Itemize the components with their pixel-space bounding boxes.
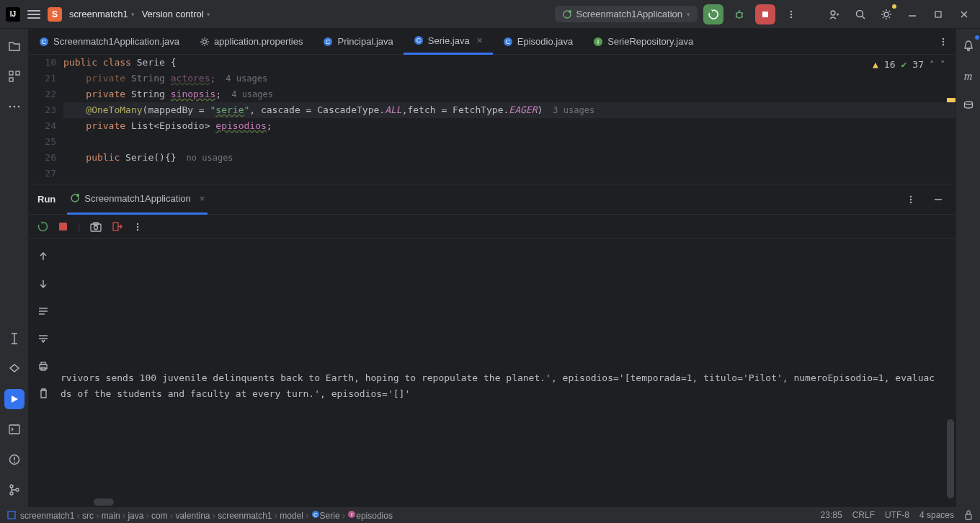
svg-rect-76 — [966, 514, 971, 519]
project-tool-button[interactable] — [4, 36, 24, 56]
print-icon[interactable] — [33, 356, 53, 376]
code-line[interactable] — [63, 166, 956, 182]
breadcrumb-segment[interactable]: screenmatch1 — [20, 511, 74, 521]
structure-tool-button[interactable] — [4, 66, 24, 86]
vcs-menu[interactable]: Version control▾ — [142, 9, 210, 19]
code-line[interactable] — [63, 134, 956, 150]
run-tool-button[interactable] — [4, 389, 24, 409]
svg-text:I: I — [597, 38, 600, 45]
clear-all-icon[interactable] — [33, 383, 53, 403]
breadcrumb-segment[interactable]: episodios — [356, 511, 393, 521]
svg-rect-8 — [762, 12, 768, 17]
file-encoding[interactable]: UTF-8 — [885, 510, 909, 520]
tabs-more-button[interactable] — [931, 37, 956, 47]
search-everywhere-button[interactable] — [850, 4, 870, 24]
stop-icon[interactable] — [58, 222, 68, 231]
git-tool-button[interactable] — [4, 480, 24, 500]
project-selector[interactable]: screenmatch1▾ — [69, 9, 135, 19]
run-more-button[interactable] — [901, 189, 921, 210]
services-tool-button[interactable] — [4, 359, 24, 379]
code-editor[interactable]: 1021222324252627 ▲16 ✔37 ˄ ˅ public clas… — [29, 55, 956, 184]
problems-tool-button[interactable] — [4, 450, 24, 470]
close-window-button[interactable] — [954, 4, 974, 24]
editor-tab[interactable]: CSerie.java× — [404, 29, 493, 55]
svg-rect-20 — [9, 71, 13, 75]
more-tool-button[interactable] — [4, 97, 24, 117]
horizontal-scrollbar[interactable] — [94, 499, 114, 506]
svg-point-47 — [943, 40, 944, 42]
editor-inspections-widget[interactable]: ▲16 ✔37 ˄ ˅ — [868, 58, 950, 71]
svg-point-12 — [831, 11, 835, 15]
breadcrumb-segment[interactable]: com — [151, 511, 168, 521]
editor-tab[interactable]: CEpisodio.java — [493, 29, 583, 55]
stop-button[interactable] — [755, 4, 775, 24]
svg-point-60 — [137, 223, 138, 224]
chevron-down-icon[interactable]: ˅ — [940, 59, 945, 70]
svg-point-46 — [943, 37, 944, 39]
code-line[interactable]: private List<Episodio> episodios; — [63, 118, 956, 134]
database-tool-button[interactable] — [958, 97, 979, 117]
editor-tab[interactable]: ISerieRepository.java — [583, 29, 703, 55]
breadcrumb-segment[interactable]: main — [102, 511, 120, 521]
scroll-to-end-icon[interactable] — [33, 328, 53, 349]
svg-point-10 — [790, 13, 792, 14]
soft-wrap-icon[interactable] — [33, 301, 53, 321]
scroll-up-icon[interactable] — [33, 246, 53, 267]
breadcrumb-segment[interactable]: java — [128, 511, 143, 521]
code-area[interactable]: ▲16 ✔37 ˄ ˅ public class Serie { private… — [63, 55, 956, 184]
breadcrumb-segment[interactable]: model — [280, 511, 303, 521]
caret-position[interactable]: 23:85 — [821, 510, 842, 520]
scroll-down-icon[interactable] — [33, 274, 53, 294]
svg-line-7 — [741, 17, 743, 17]
code-line[interactable]: private String sinopsis;4 usages — [63, 86, 956, 102]
breadcrumb-segment[interactable]: src — [82, 511, 94, 521]
line-separator[interactable]: CRLF — [852, 510, 875, 520]
svg-text:C: C — [313, 511, 318, 518]
run-side-toolbar — [29, 239, 58, 507]
maven-tool-button[interactable]: m — [958, 66, 979, 86]
notifications-tool-button[interactable] — [958, 36, 979, 56]
right-tool-stripe: m — [956, 29, 980, 507]
code-with-me-button[interactable] — [824, 4, 845, 24]
indent-config[interactable]: 4 spaces — [919, 510, 954, 520]
hide-run-button[interactable] — [928, 189, 948, 210]
breadcrumb-segment[interactable]: screenmatch1 — [218, 511, 272, 521]
more-actions-button[interactable] — [781, 4, 801, 24]
svg-point-32 — [16, 488, 19, 491]
readonly-lock-icon[interactable] — [964, 510, 973, 520]
maximize-button[interactable] — [928, 4, 948, 24]
svg-point-29 — [14, 462, 15, 463]
close-tab-icon[interactable]: × — [200, 193, 205, 204]
code-line[interactable]: public class Serie { — [63, 55, 956, 71]
run-console-output[interactable]: rvivors sends 100 juvenile delinquents b… — [58, 239, 956, 507]
svg-text:C: C — [506, 38, 511, 45]
breadcrumb-segment[interactable]: valentina — [175, 511, 210, 521]
settings-button[interactable] — [876, 4, 896, 24]
minimize-button[interactable] — [902, 4, 922, 24]
vertical-scrollbar[interactable] — [947, 419, 954, 499]
svg-rect-55 — [59, 223, 67, 231]
main-menu-button[interactable] — [27, 10, 40, 19]
run-tool-window: Run Screenmatch1Application × | rvivors … — [29, 184, 956, 507]
run-configuration-selector[interactable]: Screenmatch1Application ▾ — [555, 6, 698, 22]
rerun-button[interactable] — [703, 4, 723, 24]
debug-button[interactable] — [729, 4, 749, 24]
exit-icon[interactable] — [112, 221, 122, 232]
camera-icon[interactable] — [90, 222, 102, 232]
toolbar-more-icon[interactable] — [133, 222, 143, 232]
bookmarks-tool-button[interactable] — [4, 328, 24, 349]
code-line[interactable]: private String actores;4 usages — [63, 71, 956, 86]
editor-tab[interactable]: application.properties — [190, 29, 313, 55]
close-tab-icon[interactable]: × — [477, 35, 483, 46]
run-title: Run — [37, 194, 55, 205]
run-tab[interactable]: Screenmatch1Application × — [67, 184, 208, 215]
code-line[interactable]: public Serie(){}no usages — [63, 150, 956, 166]
rerun-icon[interactable] — [37, 221, 48, 232]
editor-tab[interactable]: CScreenmatch1Application.java — [29, 29, 190, 55]
breadcrumb-segment[interactable]: Serie — [320, 511, 340, 521]
code-line[interactable]: @OneToMany(mappedBy = "serie", cascade =… — [63, 102, 956, 118]
svg-point-61 — [137, 225, 138, 227]
editor-tab[interactable]: CPrincipal.java — [313, 29, 403, 55]
terminal-tool-button[interactable] — [4, 419, 24, 439]
chevron-up-icon[interactable]: ˄ — [930, 59, 935, 70]
